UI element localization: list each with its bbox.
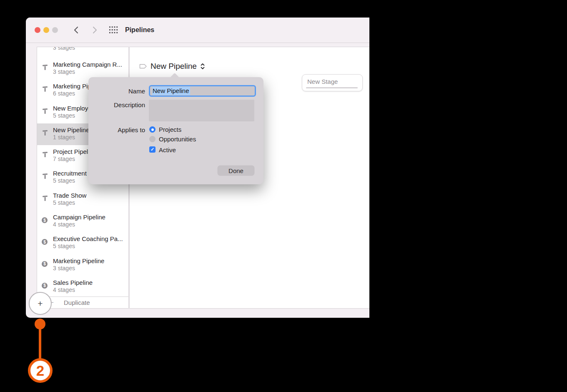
add-button-spotlight[interactable]: + [29,292,52,315]
stage-count: 5 stages [53,243,126,250]
new-stage-card[interactable]: New Stage [302,74,363,91]
screenshot-canvas: Pipelines 3 stages Marketing Campaign R.… [0,0,567,392]
stage-count: 4 stages [53,221,126,228]
hammer-icon [42,107,48,115]
stage-count: 4 stages [53,286,126,294]
hammer-icon [42,85,48,93]
description-textarea[interactable] [149,100,254,121]
duplicate-button[interactable]: Duplicate [64,299,90,306]
hammer-icon [42,63,48,71]
pipeline-name: Trade Show [53,192,126,199]
stage-count: 3 stages [53,265,126,272]
app-grid-icon[interactable] [109,26,119,34]
pipeline-name: Sales Pipeline [53,279,126,286]
callout-dot [35,319,45,329]
projects-radio[interactable] [149,126,156,133]
stepper-chevrons-icon[interactable] [200,63,205,70]
dollar-icon: $ [42,238,48,245]
active-checkbox-label: Active [159,146,176,153]
list-item[interactable]: $ Campaign Pipeline 4 stages [37,211,128,232]
dollar-icon: $ [42,216,48,224]
opportunities-radio-label: Opportunities [159,136,196,143]
step-number-badge: 2 [28,358,53,383]
pipeline-name: Campaign Pipeline [53,214,126,221]
pipeline-name: Executive Coaching Pa... [53,235,126,243]
applies-to-label: Applies to [88,126,145,133]
opportunities-radio[interactable] [149,136,156,142]
hammer-icon [42,194,48,202]
close-window-button[interactable] [35,27,40,33]
hammer-icon [42,129,48,136]
titlebar: Pipelines [26,18,369,43]
pipeline-edit-popover: Name New Pipeline Description Applies to… [88,77,263,184]
hammer-icon [42,151,48,158]
name-input[interactable]: New Pipeline [149,85,256,97]
minimize-window-button[interactable] [43,27,49,33]
list-item[interactable]: Marketing Campaign R... 3 stages [37,58,128,80]
list-item[interactable]: $ Sales Pipeline 4 stages [37,276,128,297]
checkmark-icon: ✓ [151,147,154,152]
app-window: Pipelines 3 stages Marketing Campaign R.… [26,18,369,318]
description-label: Description [88,101,145,108]
pipeline-name: Marketing Campaign R... [53,61,126,68]
dollar-icon: $ [42,281,48,289]
active-checkbox[interactable]: ✓ [149,146,156,153]
stage-count: 3 stages [53,68,126,75]
name-input-value: New Pipeline [152,87,190,95]
zoom-window-button[interactable] [52,27,58,33]
pipeline-name: Marketing Pipeline [53,257,126,265]
stage-count: 3 stages [53,47,75,51]
back-icon[interactable] [72,26,80,34]
forward-icon[interactable] [91,26,99,34]
list-item[interactable]: Trade Show 5 stages [37,189,128,211]
list-item[interactable]: $ Marketing Pipeline 3 stages [37,254,128,276]
projects-radio-label: Projects [159,126,181,133]
dollar-icon: $ [42,260,48,267]
pennant-icon [138,62,148,71]
hammer-icon [42,172,48,180]
step-number: 2 [36,362,44,379]
done-button[interactable]: Done [218,166,254,176]
stage-count: 5 stages [53,199,126,206]
pipeline-title: New Pipeline [151,62,197,71]
plus-icon: + [38,299,43,309]
window-title: Pipelines [125,26,154,34]
name-label: Name [88,88,145,95]
new-stage-underline [306,87,358,88]
list-item-partial[interactable]: 3 stages [37,47,128,58]
list-item[interactable]: $ Executive Coaching Pa... 5 stages [37,232,128,254]
pipeline-header: New Pipeline [138,62,205,71]
new-stage-input[interactable]: New Stage [307,78,338,85]
